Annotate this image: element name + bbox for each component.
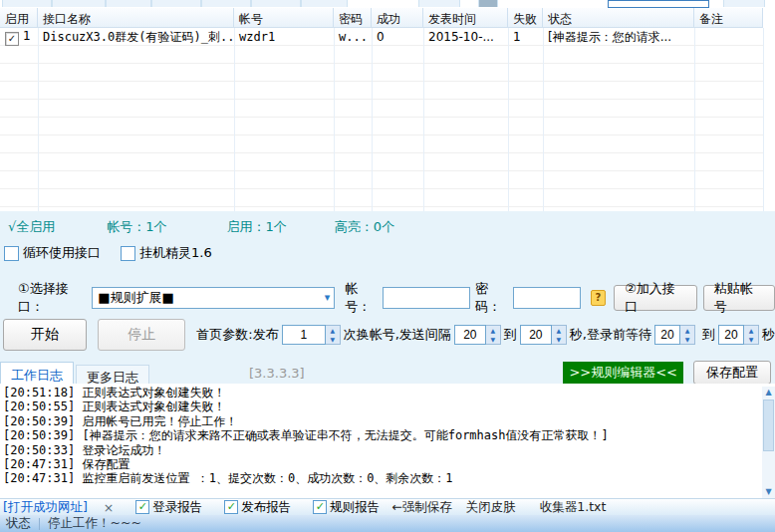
check-icon[interactable]: ✓ [313, 500, 327, 514]
log-area[interactable]: [20:51:18] 正则表达式对象创建失败！ [20:50:55] 正则表达式… [0, 384, 775, 498]
spinner-up-icon[interactable]: ▲ [744, 326, 758, 335]
spinner-up-icon[interactable]: ▲ [326, 326, 340, 335]
password-input[interactable] [513, 287, 581, 309]
interface-table: 启用 接口名称 帐号 密码 成功 发表时间 失败 状态 备注 ✓1 Discuz… [0, 8, 763, 211]
spinner-down-icon[interactable]: ▼ [552, 335, 566, 344]
clipped-segment [201, 0, 251, 7]
cell-enable: ✓1 [0, 29, 38, 46]
check-icon[interactable]: ✓ [135, 500, 149, 514]
log-tab-bar: 工作日志 更多日志 [3.3.3.3] >>规则编辑器<< 保存配置 [0, 362, 775, 384]
account-input[interactable] [383, 287, 470, 309]
tab-more-log[interactable]: 更多日志 [76, 365, 149, 384]
clipped-segment [723, 0, 765, 7]
column-header-enable[interactable]: 启用 [0, 8, 38, 27]
grid-line [234, 28, 235, 211]
save-config-button[interactable]: 保存配置 [693, 361, 771, 385]
app-window: 启用 接口名称 帐号 密码 成功 发表时间 失败 状态 备注 ✓1 Discuz… [0, 0, 775, 532]
row-checkbox[interactable]: ✓ [5, 32, 19, 46]
log-line: [20:47:31] 监控重启前发送位置 ：1、提交次数：0、成功次数：0、剩余… [3, 471, 759, 485]
tab-work-log[interactable]: 工作日志 [0, 362, 74, 384]
cell-success: 0 [372, 30, 423, 44]
spinner-up-icon[interactable]: ▲ [680, 326, 694, 335]
close-skin-button[interactable]: 关闭皮肤 [466, 499, 516, 516]
column-header-name[interactable]: 接口名称 [38, 8, 234, 27]
add-interface-button[interactable]: ②加入接口 [614, 285, 697, 311]
version-label: [3.3.3.3] [249, 366, 305, 381]
spinner-up-icon[interactable]: ▲ [486, 326, 500, 335]
publish-report-checkbox[interactable]: ✓ 发布报告 [224, 499, 291, 516]
login-report-checkbox[interactable]: ✓ 登录报告 [135, 499, 202, 516]
grid-line [423, 28, 424, 211]
wait-from-input[interactable] [654, 325, 680, 345]
bottom-toolbar: [打开成功网址] × ✓ 登录报告 ✓ 发布报告 ✓ 规则报告 ←强制保存 关闭… [0, 498, 775, 515]
grid-line [508, 28, 509, 211]
log-line: [20:50:55] 正则表达式对象创建失败！ [3, 399, 759, 413]
status-message: 停止工作！~~~ [48, 515, 141, 532]
interval-from-spinner[interactable]: ▲▼ [454, 325, 501, 345]
params-label: 首页参数:发布 [196, 326, 278, 344]
column-header-success[interactable]: 成功 [372, 8, 423, 27]
interval-to-input[interactable] [520, 325, 552, 345]
table-row[interactable]: ✓1 DiscuzX3.0群发(有验证码)_刺... wzdr1 w... 0 … [0, 28, 763, 46]
interval-to-spinner[interactable]: ▲▼ [520, 325, 567, 345]
table-header: 启用 接口名称 帐号 密码 成功 发表时间 失败 状态 备注 [0, 8, 763, 28]
wait-from-spinner[interactable]: ▲▼ [654, 325, 695, 345]
to-label: 到 [702, 326, 715, 344]
force-save-button[interactable]: ←强制保存 [391, 499, 451, 516]
control-panel: √全启用 帐号：1个 启用：1个 高亮：0个 循环使用接口 挂机精灵1.6 ①选… [0, 211, 775, 384]
checkbox-box[interactable] [4, 246, 19, 261]
column-header-fail[interactable]: 失败 [508, 8, 543, 27]
grid-line [694, 28, 695, 211]
wait-label: 秒,登录前等待 [570, 326, 651, 344]
column-header-remark[interactable]: 备注 [694, 8, 763, 27]
column-header-status[interactable]: 状态 [543, 8, 694, 27]
scroll-up-icon[interactable]: ▲ [762, 387, 775, 399]
grid-line [38, 28, 39, 211]
scroll-down-icon[interactable]: ▼ [762, 486, 775, 498]
clipped-segment [418, 0, 460, 7]
log-scrollbar[interactable]: ▲ ▼ [762, 387, 775, 498]
rule-report-checkbox[interactable]: ✓ 规则报告 [313, 499, 380, 516]
wait-to-spinner[interactable]: ▲▼ [718, 325, 759, 345]
interface-select[interactable]: ■规则扩展■ ▾ [92, 287, 335, 309]
log-line: [20:50:39] [神器提示：您的请求来路不正确或表单验证串不符，无法提交。… [3, 428, 759, 442]
grid-line [334, 28, 335, 211]
stop-button[interactable]: 停止 [98, 319, 185, 351]
column-header-posttime[interactable]: 发表时间 [423, 8, 508, 27]
paste-account-button[interactable]: 粘贴帐号 [703, 285, 775, 311]
loop-interface-label: 循环使用接口 [23, 244, 101, 262]
spinner-down-icon[interactable]: ▼ [680, 335, 694, 344]
collector-file-label[interactable]: 收集器1.txt [540, 499, 607, 516]
spinner-down-icon[interactable]: ▼ [744, 335, 758, 344]
close-icon[interactable]: × [104, 500, 114, 515]
login-report-label: 登录报告 [152, 499, 202, 516]
all-enable-toggle[interactable]: √全启用 [8, 218, 55, 236]
chevron-down-icon[interactable]: ▾ [325, 293, 331, 303]
clipped-focused-field [608, 0, 709, 8]
open-success-url-link[interactable]: [打开成功网址] [3, 499, 88, 516]
column-header-password[interactable]: 密码 [334, 8, 372, 27]
publish-count-spinner[interactable]: ▲▼ [282, 325, 341, 345]
log-line: [20:51:18] 正则表达式对象创建失败！ [3, 386, 759, 399]
rule-editor-button[interactable]: >>规则编辑器<< [563, 362, 683, 384]
select-interface-label: ①选择接口： [18, 280, 92, 316]
spinner-down-icon[interactable]: ▼ [486, 335, 500, 344]
help-icon[interactable]: ? [591, 290, 607, 306]
start-button[interactable]: 开始 [3, 319, 87, 351]
clipped-segment [478, 0, 498, 7]
spinner-down-icon[interactable]: ▼ [326, 335, 340, 344]
interval-from-input[interactable] [454, 325, 486, 345]
wait-to-input[interactable] [718, 325, 744, 345]
publish-count-input[interactable] [282, 325, 326, 345]
interface-select-value: ■规则扩展■ [98, 289, 174, 307]
check-icon[interactable]: ✓ [224, 500, 238, 514]
summary-bar: √全启用 帐号：1个 启用：1个 高亮：0个 [8, 218, 394, 236]
hangup-genie-checkbox[interactable]: 挂机精灵1.6 [121, 244, 212, 262]
spinner-up-icon[interactable]: ▲ [552, 326, 566, 335]
checkbox-box[interactable] [121, 246, 135, 261]
scroll-thumb[interactable] [763, 399, 774, 451]
loop-interface-checkbox[interactable]: 循环使用接口 [4, 244, 101, 262]
column-header-account[interactable]: 帐号 [234, 8, 334, 27]
account-label: 帐号： [345, 280, 383, 316]
publish-report-label: 发布报告 [241, 499, 291, 516]
